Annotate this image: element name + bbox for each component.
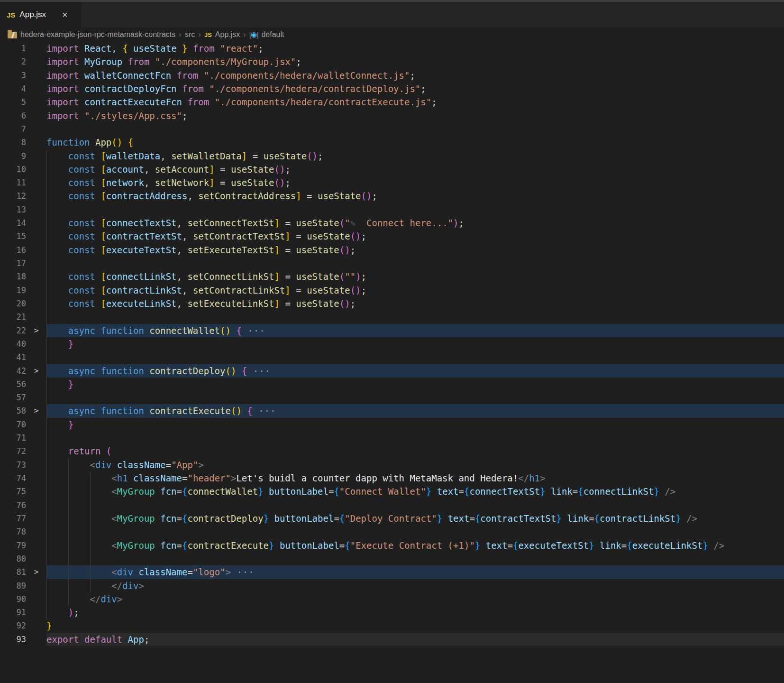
token: ; — [285, 164, 290, 175]
token: </ — [111, 581, 122, 591]
token: fcn — [160, 513, 176, 524]
code-line[interactable]: 10const [account, setAccount] = useState… — [0, 163, 784, 176]
fold-gutter — [26, 606, 46, 619]
token: "App" — [171, 460, 198, 470]
editor[interactable]: 1import React, { useState } from "react"… — [0, 42, 784, 646]
breadcrumb-src[interactable]: src — [185, 30, 195, 39]
token: ; — [350, 298, 356, 309]
breadcrumb-separator-icon: › — [198, 30, 201, 39]
token: from — [177, 83, 210, 94]
code-line[interactable]: 70} — [0, 418, 784, 431]
token: contractTextSt — [480, 513, 556, 524]
token: const — [68, 298, 101, 309]
fold-chevron-icon[interactable]: > — [26, 364, 46, 378]
code-line[interactable]: 73<div className="App"> — [0, 458, 784, 471]
fold-gutter — [26, 203, 46, 216]
code-line[interactable]: 18const [connectLinkSt, setConnectLinkSt… — [0, 270, 784, 283]
indent-guide — [90, 471, 112, 485]
line-number: 57 — [0, 391, 26, 404]
code-line[interactable]: 6import "./styles/App.css"; — [0, 109, 784, 122]
token: = — [573, 486, 578, 497]
token: = — [280, 245, 296, 255]
code-line[interactable]: 15const [contractTextSt, setContractText… — [0, 230, 784, 243]
code-line[interactable]: 91); — [0, 606, 784, 619]
code-line[interactable]: 42>async function contractDeploy() { ··· — [0, 364, 784, 378]
token: = — [280, 218, 296, 228]
code-line[interactable]: 21 — [0, 310, 784, 323]
code-line[interactable]: 40} — [0, 337, 784, 351]
code-line[interactable]: 20const [executeLinkSt, setExecuteLinkSt… — [0, 297, 784, 310]
line-number: 73 — [0, 458, 26, 471]
indent-guide — [46, 176, 68, 189]
fold-gutter — [26, 378, 46, 391]
line-number: 79 — [0, 539, 26, 552]
line-number: 8 — [0, 136, 26, 149]
code-line[interactable]: 8function App() { — [0, 136, 784, 149]
fold-chevron-icon[interactable]: > — [26, 324, 46, 337]
code-line[interactable]: 80 — [0, 552, 784, 565]
code-line[interactable]: 5import contractExecuteFcn from "./compo… — [0, 95, 784, 109]
code-line[interactable]: 71 — [0, 431, 784, 444]
code-line[interactable]: 1import React, { useState } from "react"… — [0, 42, 784, 55]
code-text: async function contractDeploy() { ··· — [46, 364, 784, 378]
token: } — [437, 513, 442, 524]
token — [231, 325, 236, 336]
code-line[interactable]: 12const [contractAddress, setContractAdd… — [0, 189, 784, 203]
code-line[interactable]: 22>async function connectWallet() { ··· — [0, 324, 784, 337]
code-line[interactable]: 92} — [0, 619, 784, 632]
token: , — [187, 191, 198, 201]
code-line[interactable]: 57 — [0, 391, 784, 404]
code-line[interactable]: 76 — [0, 498, 784, 512]
fold-chevron-icon[interactable]: > — [26, 565, 46, 579]
code-line[interactable]: 81><div className="logo"> ··· — [0, 565, 784, 579]
token: const — [68, 285, 101, 295]
code-line[interactable]: 72return ( — [0, 444, 784, 458]
token: "Execute Contract (+1)" — [350, 540, 475, 551]
token: { — [334, 486, 339, 497]
code-line[interactable]: 13 — [0, 203, 784, 216]
code-line[interactable]: 89</div> — [0, 579, 784, 592]
code-line[interactable]: 3import walletConnectFcn from "./compone… — [0, 69, 784, 82]
close-icon[interactable]: × — [62, 9, 68, 20]
token: fcn — [160, 486, 176, 497]
code-line[interactable]: 74<h1 className="header">Let's buidl a c… — [0, 471, 784, 485]
token: const — [68, 271, 101, 282]
code-line[interactable]: 16const [executeTextSt, setExecuteTextSt… — [0, 243, 784, 257]
code-line[interactable]: 77<MyGroup fcn={contractDeploy} buttonLa… — [0, 512, 784, 525]
token — [546, 486, 551, 497]
breadcrumb-file[interactable]: App.jsx — [215, 30, 240, 39]
code-line[interactable]: 56} — [0, 378, 784, 391]
code-line[interactable]: 4import contractDeployFcn from "./compon… — [0, 82, 784, 95]
token — [155, 513, 160, 524]
code-line[interactable]: 11const [network, setNetwork] = useState… — [0, 176, 784, 189]
fold-chevron-icon[interactable]: > — [26, 404, 46, 417]
indent-guide — [46, 444, 68, 458]
code-line[interactable]: 17 — [0, 257, 784, 270]
fold-gutter — [26, 351, 46, 364]
code-line[interactable]: 9const [walletData, setWalletData] = use… — [0, 149, 784, 163]
tab-app-jsx[interactable]: JS App.jsx × — [0, 2, 82, 28]
fold-gutter — [26, 337, 46, 351]
code-line[interactable]: 79<MyGroup fcn={contractExecute} buttonL… — [0, 539, 784, 552]
token: contractTextSt — [106, 231, 182, 241]
code-line[interactable]: 41 — [0, 351, 784, 364]
code-line[interactable]: 58>async function contractExecute() { ··… — [0, 404, 784, 417]
code-line[interactable]: 90</div> — [0, 592, 784, 606]
indent-guide — [90, 579, 112, 592]
code-line[interactable]: 75<MyGroup fcn={connectWallet} buttonLab… — [0, 485, 784, 498]
breadcrumb-root[interactable]: hedera-example-json-rpc-metamask-contrac… — [20, 30, 175, 39]
token: { — [627, 540, 632, 551]
code-text: const [account, setAccount] = useState()… — [46, 163, 784, 176]
code-text: } — [46, 337, 784, 351]
indent-guide — [46, 391, 68, 404]
code-line[interactable]: 2import MyGroup from "./components/MyGro… — [0, 55, 784, 68]
token: import — [46, 97, 84, 107]
code-line[interactable]: 14const [connectTextSt, setConnectTextSt… — [0, 216, 784, 230]
code-line[interactable]: 78 — [0, 525, 784, 538]
fold-gutter — [26, 512, 46, 525]
breadcrumb-symbol[interactable]: default — [261, 30, 284, 39]
code-line[interactable]: 19const [contractLinkSt, setContractLink… — [0, 284, 784, 297]
token: </ — [518, 473, 529, 483]
code-line[interactable]: 7 — [0, 122, 784, 136]
code-line[interactable]: 93export default App; — [0, 633, 784, 646]
